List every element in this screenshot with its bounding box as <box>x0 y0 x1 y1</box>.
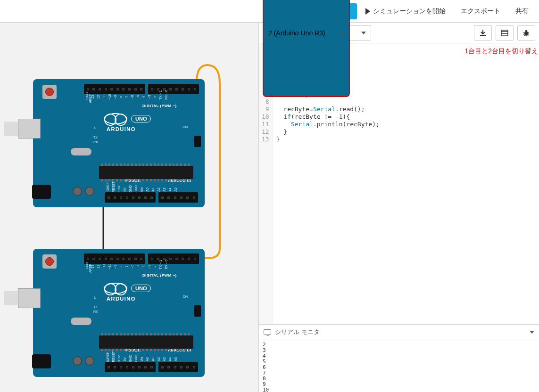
power-header[interactable] <box>105 192 156 203</box>
start-simulation-label: シミュレーションを開始 <box>373 7 446 16</box>
uno-badge: UNO <box>131 285 151 292</box>
arduino-board-2[interactable]: GND1312~11~10~987~6~54~32TX→1RX←0 IOREFR… <box>33 249 205 377</box>
icsp-header[interactable] <box>194 305 201 317</box>
barrel-jack <box>32 354 51 368</box>
crystal-oscillator <box>71 148 91 155</box>
digital-header-left[interactable] <box>84 84 145 94</box>
crystal-oscillator <box>71 318 91 325</box>
l-led-label: L <box>94 126 96 130</box>
aref-label: AREF <box>89 94 92 103</box>
debug-button[interactable] <box>517 25 535 41</box>
atmega-chip <box>99 166 193 179</box>
tx-led-label: TX <box>93 305 98 309</box>
on-led-label: ON <box>183 295 188 298</box>
board-select-label: 2 (Arduino Uno R3) <box>268 29 325 37</box>
atmega-chip <box>99 335 193 349</box>
reset-button[interactable] <box>42 85 57 99</box>
reset-button[interactable] <box>42 254 57 269</box>
barrel-jack <box>32 185 51 199</box>
capacitor <box>73 356 82 366</box>
digital-pin-labels: GND1312~11~10~987~6~54~32TX→1RX←0 <box>84 265 199 268</box>
code-panel: テキスト 2 (Arduino Uno R3) 1台目と2台目を切り替え 123… <box>258 23 539 392</box>
on-led-label: ON <box>183 125 188 129</box>
start-simulation-button[interactable]: シミュレーションを開始 <box>359 3 452 19</box>
play-icon <box>365 8 370 15</box>
serial-monitor-header[interactable]: シリアル モニタ <box>259 324 539 340</box>
download-icon <box>479 29 487 37</box>
arduino-logo: UNO <box>104 113 151 124</box>
arduino-logo: UNO <box>104 283 151 294</box>
export-button[interactable]: エクスポート <box>454 3 507 19</box>
usb-cable <box>4 291 18 305</box>
bottom-pin-labels: IOREFRESET3.3V5VGNDGNDVinA0A1A2A3A4A5 <box>105 188 198 191</box>
capacitor <box>85 356 94 366</box>
download-button[interactable] <box>474 25 492 41</box>
uno-badge: UNO <box>131 115 151 122</box>
brand-label: ARDUINO <box>107 126 136 132</box>
brand-label: ARDUINO <box>107 296 136 302</box>
infinity-icon <box>104 113 127 124</box>
monitor-icon <box>264 329 271 335</box>
annotation-text: 1台目と2台目を切り替え <box>464 47 538 56</box>
bottom-pin-labels: IOREFRESET3.3V5VGNDGNDVinA0A1A2A3A4A5 <box>105 358 198 361</box>
chevron-down-icon <box>530 331 534 334</box>
code-toolbar: テキスト 2 (Arduino Uno R3) <box>259 23 539 43</box>
usb-cable <box>4 122 18 136</box>
svg-rect-0 <box>501 30 508 36</box>
analog-header[interactable] <box>158 362 198 372</box>
power-header[interactable] <box>105 362 156 372</box>
tx-led-label: TX <box>93 136 98 139</box>
library-icon <box>501 30 508 36</box>
rx-led-label: RX <box>93 140 98 144</box>
library-button[interactable] <box>496 25 514 41</box>
main-area: GND1312~11~10~987~6~54~32TX→1RX←0 IOREFR… <box>0 23 539 392</box>
digital-header-right[interactable] <box>148 253 199 264</box>
arduino-board-1[interactable]: GND1312~11~10~987~6~54~32TX→1RX←0 IOREFR… <box>33 79 205 207</box>
bug-icon <box>522 29 530 37</box>
capacitor <box>73 187 82 196</box>
analog-header[interactable] <box>158 192 198 203</box>
board-select-dropdown[interactable]: 2 (Arduino Uno R3) <box>263 0 350 97</box>
serial-monitor-title: シリアル モニタ <box>275 328 320 336</box>
chevron-down-icon <box>361 32 366 34</box>
circuit-canvas[interactable]: GND1312~11~10~987~6~54~32TX→1RX←0 IOREFR… <box>0 23 258 392</box>
share-button[interactable]: 共有 <box>509 3 535 19</box>
digital-section-label: DIGITAL (PWM ~) <box>142 104 177 108</box>
aref-label: AREF <box>89 264 92 273</box>
chevron-down-icon <box>340 32 344 34</box>
capacitor <box>85 187 94 196</box>
icsp-header[interactable] <box>194 136 201 147</box>
infinity-icon <box>104 283 127 294</box>
digital-section-label: DIGITAL (PWM ~) <box>142 273 177 278</box>
digital-pin-labels: GND1312~11~10~987~6~54~32TX→1RX←0 <box>84 95 199 98</box>
usb-port <box>18 288 41 308</box>
svg-point-2 <box>525 30 527 32</box>
serial-monitor-output[interactable]: 2 3 4 5 6 7 8 9 10 <box>259 340 539 392</box>
usb-port <box>18 119 41 139</box>
digital-header-left[interactable] <box>84 253 145 264</box>
digital-header-right[interactable] <box>148 84 199 94</box>
l-led-label: L <box>94 296 96 299</box>
rx-led-label: RX <box>93 310 98 313</box>
